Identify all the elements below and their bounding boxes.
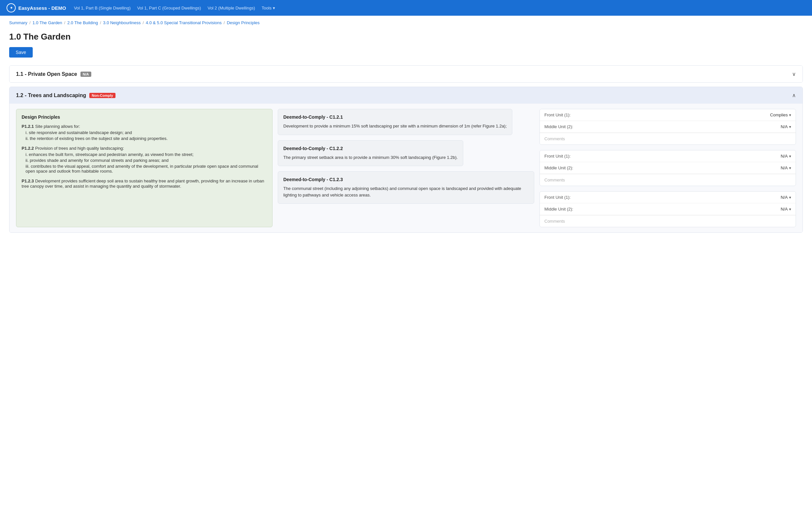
dropdown-arrow: ▾ bbox=[789, 113, 791, 117]
dp-item-p121: P1.2.1 Site planning allows for: i. site… bbox=[21, 124, 267, 141]
dp-label-p123: P1.2.3 bbox=[21, 179, 34, 183]
middle-unit-select-c121[interactable]: N/A ▾ bbox=[781, 124, 791, 129]
comments-c122[interactable]: Comments bbox=[540, 174, 796, 186]
dtc-card-c123: Deemed-to-Comply - C1.2.3 The communal s… bbox=[278, 171, 534, 204]
dtc-card-c122: Deemed-to-Comply - C1.2.2 The primary st… bbox=[278, 140, 463, 166]
section-1-2-body: Design Principles P1.2.1 Site planning a… bbox=[10, 104, 802, 232]
dp-label-p121: P1.2.1 bbox=[21, 124, 34, 129]
dropdown-arrow: ▾ bbox=[789, 124, 791, 129]
page-title: 1.0 The Garden bbox=[9, 32, 803, 42]
compliance-row-middle-c123: Middle Unit (2): N/A ▾ bbox=[540, 203, 796, 215]
dp-item-p123: P1.2.3 Development provides sufficient d… bbox=[21, 178, 267, 188]
section-1-2: 1.2 - Trees and Landscaping Non-Comply ∧… bbox=[9, 87, 803, 233]
breadcrumb-sep-2: / bbox=[64, 20, 66, 25]
dp-title: Design Principles bbox=[21, 115, 267, 120]
breadcrumb-sep-4: / bbox=[143, 20, 144, 25]
middle-unit-select-c123[interactable]: N/A ▾ bbox=[781, 207, 791, 212]
dtc-cards-column: Deemed-to-Comply - C1.2.1 Development to… bbox=[278, 109, 534, 227]
compliance-panel-c121: Front Unit (1): Complies ▾ Middle Unit (… bbox=[539, 109, 796, 145]
dp-list-p122: i. enhances the built form, streetscape … bbox=[26, 152, 267, 174]
compliance-row-front-c122: Front Unit (1): N/A ▾ bbox=[540, 150, 796, 162]
section-1-1-chevron: ∨ bbox=[792, 71, 796, 77]
middle-unit-label-c122: Middle Unit (2): bbox=[545, 165, 573, 170]
dtc-text-c121: Development to provide a minimum 15% sof… bbox=[283, 123, 507, 130]
front-unit-label-c123: Front Unit (1): bbox=[545, 195, 570, 200]
dp-text-p123: Development provides sufficient deep soi… bbox=[21, 179, 264, 188]
section-1-1-header[interactable]: 1.1 - Private Open Space N/A ∨ bbox=[10, 66, 802, 82]
compliance-panel-c122: Front Unit (1): N/A ▾ Middle Unit (2): N… bbox=[539, 150, 796, 186]
middle-unit-label-c123: Middle Unit (2): bbox=[545, 207, 573, 212]
dropdown-arrow: ▾ bbox=[789, 166, 791, 170]
dtc-title-c123: Deemed-to-Comply - C1.2.3 bbox=[283, 177, 529, 182]
breadcrumb: Summary / 1.0 The Garden / 2.0 The Build… bbox=[0, 16, 812, 28]
section-1-1: 1.1 - Private Open Space N/A ∨ bbox=[9, 65, 803, 83]
save-button[interactable]: Save bbox=[9, 47, 33, 58]
brand-logo[interactable]: ✦ EasyAssess - DEMO bbox=[6, 3, 66, 12]
breadcrumb-sep-3: / bbox=[100, 20, 101, 25]
breadcrumb-garden[interactable]: 1.0 The Garden bbox=[32, 20, 62, 25]
section-1-1-badge: N/A bbox=[81, 72, 91, 77]
list-item: iii. contributes to the visual appeal, c… bbox=[26, 164, 267, 174]
dp-label-p122: P1.2.2 bbox=[21, 146, 34, 151]
list-item: i. enhances the built form, streetscape … bbox=[26, 152, 267, 157]
nav-vol1-partb[interactable]: Vol 1, Part B (Single Dwelling) bbox=[74, 5, 131, 11]
comments-c123[interactable]: Comments bbox=[540, 215, 796, 227]
brand-icon: ✦ bbox=[6, 3, 16, 12]
dtc-title-c121: Deemed-to-Comply - C1.2.1 bbox=[283, 115, 507, 120]
comments-c121[interactable]: Comments bbox=[540, 133, 796, 145]
dtc-text-c123: The communal street (including any adjoi… bbox=[283, 185, 529, 198]
list-item: ii. the retention of existing trees on t… bbox=[26, 136, 267, 141]
section-1-2-chevron: ∧ bbox=[792, 92, 796, 99]
dp-text-p122: Provision of trees and high quality land… bbox=[35, 146, 124, 151]
dtc-text-c122: The primary street setback area is to pr… bbox=[283, 154, 458, 161]
section-1-2-badge: Non-Comply bbox=[89, 93, 115, 98]
dtc-card-c121: Deemed-to-Comply - C1.2.1 Development to… bbox=[278, 109, 512, 135]
compliance-panel-c123: Front Unit (1): N/A ▾ Middle Unit (2): N… bbox=[539, 191, 796, 227]
breadcrumb-summary[interactable]: Summary bbox=[9, 20, 28, 25]
compliance-row-middle-c121: Middle Unit (2): N/A ▾ bbox=[540, 121, 796, 133]
compliance-row-front-c121: Front Unit (1): Complies ▾ bbox=[540, 109, 796, 121]
dp-text-p121: Site planning allows for: bbox=[35, 124, 80, 129]
nav-tools[interactable]: Tools ▾ bbox=[262, 5, 275, 11]
compliance-row-middle-c122: Middle Unit (2): N/A ▾ bbox=[540, 162, 796, 174]
top-navigation: ✦ EasyAssess - DEMO Vol 1, Part B (Singl… bbox=[0, 0, 812, 16]
dp-item-p122: P1.2.2 Provision of trees and high quali… bbox=[21, 146, 267, 174]
list-item: ii. provides shade and amenity for commu… bbox=[26, 158, 267, 163]
dtc-title-c122: Deemed-to-Comply - C1.2.2 bbox=[283, 146, 458, 151]
compliance-panels-column: Front Unit (1): Complies ▾ Middle Unit (… bbox=[539, 109, 796, 227]
nav-links: Vol 1, Part B (Single Dwelling) Vol 1, P… bbox=[74, 5, 275, 11]
section-1-1-title: 1.1 - Private Open Space N/A bbox=[16, 71, 91, 77]
breadcrumb-neighbourliness[interactable]: 3.0 Neighbourliness bbox=[103, 20, 141, 25]
breadcrumb-building[interactable]: 2.0 The Building bbox=[68, 20, 98, 25]
nav-vol1-partc[interactable]: Vol 1, Part C (Grouped Dwellings) bbox=[137, 5, 201, 11]
section-1-2-header[interactable]: 1.2 - Trees and Landscaping Non-Comply ∧ bbox=[10, 87, 802, 104]
nav-vol2[interactable]: Vol 2 (Multiple Dwellings) bbox=[207, 5, 255, 11]
front-unit-select-c123[interactable]: N/A ▾ bbox=[781, 195, 791, 200]
dropdown-arrow: ▾ bbox=[789, 207, 791, 212]
dropdown-arrow: ▾ bbox=[789, 154, 791, 159]
design-principles-panel: Design Principles P1.2.1 Site planning a… bbox=[16, 109, 273, 227]
breadcrumb-sep-5: / bbox=[224, 20, 225, 25]
breadcrumb-sep-1: / bbox=[29, 20, 31, 25]
front-unit-select-c121[interactable]: Complies ▾ bbox=[770, 112, 791, 117]
compliance-row-front-c123: Front Unit (1): N/A ▾ bbox=[540, 192, 796, 203]
dropdown-arrow: ▾ bbox=[789, 195, 791, 200]
front-unit-label-c122: Front Unit (1): bbox=[545, 154, 570, 159]
breadcrumb-provisions[interactable]: 4.0 & 5.0 Special Transitional Provision… bbox=[146, 20, 222, 25]
brand-name: EasyAssess - DEMO bbox=[18, 5, 66, 11]
dp-list-p121: i. site responsive and sustainable lands… bbox=[26, 130, 267, 141]
middle-unit-label-c121: Middle Unit (2): bbox=[545, 124, 573, 129]
front-unit-label-c121: Front Unit (1): bbox=[545, 112, 570, 117]
page-content: 1.0 The Garden Save 1.1 - Private Open S… bbox=[0, 28, 812, 250]
breadcrumb-design-principles[interactable]: Design Principles bbox=[227, 20, 259, 25]
middle-unit-select-c122[interactable]: N/A ▾ bbox=[781, 165, 791, 170]
list-item: i. site responsive and sustainable lands… bbox=[26, 130, 267, 135]
front-unit-select-c122[interactable]: N/A ▾ bbox=[781, 154, 791, 159]
section-1-2-title: 1.2 - Trees and Landscaping Non-Comply bbox=[16, 92, 115, 99]
